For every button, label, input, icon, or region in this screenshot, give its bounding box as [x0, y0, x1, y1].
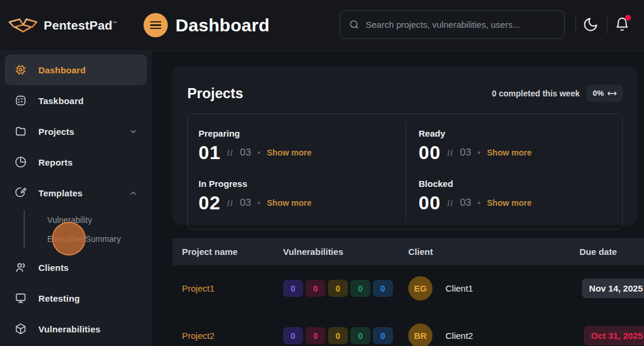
- notification-dot: [625, 15, 631, 21]
- moon-icon: [583, 17, 599, 33]
- page-title: Dashboard: [175, 15, 269, 35]
- projects-card: Projects 0 completed this week 0% Prepar…: [173, 66, 638, 225]
- people-icon: [14, 261, 27, 274]
- subnav-item-vulnerability[interactable]: Vulnerability: [25, 211, 152, 229]
- vulnerability-count-badges: 0 0 0 0 0: [283, 327, 400, 344]
- sidebar-item-taskboard[interactable]: Taskboard: [5, 85, 147, 116]
- stat-value: 01: [199, 143, 221, 162]
- stat-ready: Ready 00 // 03 • Show more: [405, 121, 623, 172]
- sidebar-item-projects[interactable]: Projects: [5, 116, 147, 147]
- trademark: ™: [112, 21, 117, 26]
- low-count-badge: 0: [350, 327, 370, 344]
- vulnerability-count-badges: 0 0 0 0 0: [283, 280, 400, 297]
- folder-icon: [14, 125, 27, 138]
- medium-count-badge: 0: [328, 327, 348, 344]
- stat-in-progress: In Progress 02 // 03 • Show more: [188, 172, 405, 222]
- search-icon: [349, 19, 360, 30]
- sidebar-item-reports[interactable]: Reports: [5, 147, 147, 177]
- sidebar-item-clients[interactable]: Clients: [5, 252, 147, 283]
- col-header-due-date: Due date: [571, 247, 644, 257]
- dark-mode-toggle[interactable]: [583, 17, 599, 33]
- pentestpad-wings-icon: [8, 17, 38, 34]
- global-search[interactable]: [340, 10, 565, 39]
- header-divider: [607, 17, 607, 34]
- stat-preparing: Preparing 01 // 03 • Show more: [188, 121, 405, 172]
- template-icon: [14, 186, 27, 199]
- chevron-down-icon: [129, 127, 138, 136]
- table-row[interactable]: Project2 0 0 0 0 0 BR Client2 Oct 31, 20…: [173, 312, 644, 346]
- col-header-client: Client: [400, 247, 571, 257]
- projects-table: Project name Vulnerabilities Client Due …: [173, 238, 644, 346]
- subnav-item-executive-summary[interactable]: Executive Summary: [25, 229, 152, 248]
- stat-value: 00: [419, 193, 441, 212]
- low-count-badge: 0: [350, 280, 370, 297]
- projects-card-title: Projects: [187, 85, 243, 102]
- templates-subnav: Vulnerability Executive Summary: [24, 211, 152, 248]
- chip-icon: [14, 63, 27, 76]
- table-row[interactable]: Project1 0 0 0 0 0 EG Client1 Nov 14, 20…: [173, 265, 644, 312]
- due-date-badge-overdue: Oct 31, 2025: [584, 326, 644, 345]
- due-date-badge: Nov 14, 2025: [582, 279, 644, 298]
- show-more-link[interactable]: Show more: [267, 148, 311, 157]
- header-divider: [575, 17, 576, 34]
- show-more-link[interactable]: Show more: [487, 148, 531, 157]
- hamburger-icon: [150, 20, 161, 31]
- completion-percent-badge: 0%: [587, 85, 623, 102]
- show-more-link[interactable]: Show more: [267, 198, 311, 208]
- taskboard-icon: [14, 94, 27, 107]
- critical-count-badge: 0: [283, 280, 303, 297]
- info-count-badge: 0: [373, 280, 393, 297]
- client-name: Client2: [445, 331, 473, 341]
- col-header-vulnerabilities: Vulnerabilities: [275, 247, 400, 257]
- brand-logo[interactable]: PentestPad™: [0, 17, 144, 34]
- main-content: Projects 0 completed this week 0% Prepar…: [152, 51, 644, 346]
- top-bar: PentestPad™ Dashboard: [0, 0, 644, 51]
- medium-count-badge: 0: [328, 280, 348, 297]
- completed-this-week-text: 0 completed this week: [492, 89, 580, 98]
- sidebar-item-templates[interactable]: Templates: [5, 177, 147, 208]
- info-count-badge: 0: [373, 327, 393, 344]
- table-header: Project name Vulnerabilities Client Due …: [173, 238, 644, 265]
- cube-icon: [14, 322, 27, 335]
- monitor-icon: [14, 292, 27, 305]
- search-input[interactable]: [366, 20, 556, 30]
- brand-name: PentestPad™: [44, 18, 118, 33]
- show-more-link[interactable]: Show more: [487, 198, 531, 208]
- client-name: Client1: [445, 283, 473, 293]
- chevron-up-icon: [129, 189, 138, 198]
- col-header-project-name: Project name: [173, 247, 275, 257]
- critical-count-badge: 0: [283, 327, 303, 344]
- sidebar: Dashboard Taskboard Projects Reports: [0, 51, 152, 346]
- left-right-arrow-icon: [607, 90, 617, 97]
- high-count-badge: 0: [305, 327, 326, 344]
- client-avatar: EG: [408, 276, 432, 300]
- sidebar-item-vulnerabilities[interactable]: Vulnerabilities: [5, 313, 147, 344]
- notifications-button[interactable]: [614, 17, 630, 33]
- project-link[interactable]: Project1: [182, 283, 214, 293]
- stat-blocked: Blocked 00 // 03 • Show more: [405, 172, 623, 222]
- sidebar-toggle-button[interactable]: [144, 13, 168, 37]
- high-count-badge: 0: [305, 280, 326, 297]
- pie-icon: [14, 156, 27, 169]
- stat-value: 02: [199, 193, 221, 212]
- sidebar-item-dashboard[interactable]: Dashboard: [5, 54, 147, 85]
- client-avatar: BR: [408, 324, 432, 346]
- sidebar-item-retesting[interactable]: Retesting: [5, 283, 147, 313]
- stat-value: 00: [419, 143, 441, 162]
- project-link[interactable]: Project2: [182, 331, 214, 341]
- project-status-stats: Preparing 01 // 03 • Show more Ready 00 …: [187, 114, 623, 229]
